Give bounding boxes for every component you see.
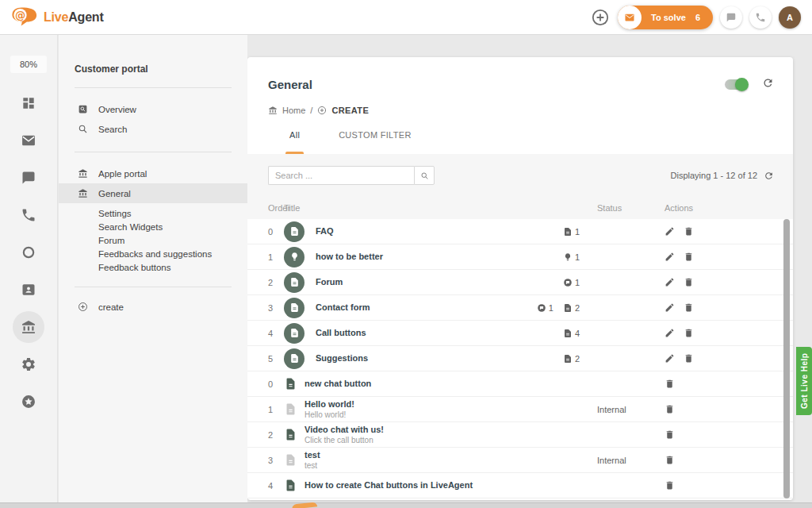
- rail-nav: [0, 84, 57, 420]
- trash-icon: [665, 455, 675, 465]
- pencil-icon: [665, 226, 675, 237]
- rail-item-ring[interactable]: [0, 233, 57, 271]
- row-title: FAQ: [316, 226, 334, 237]
- trash-icon: [684, 277, 694, 287]
- file-icon: [284, 426, 297, 443]
- column-title: Title: [284, 203, 580, 213]
- row-title: new chat button: [304, 379, 371, 389]
- edit-button[interactable]: [665, 277, 675, 287]
- liveagent-logo: @ LiveAgent: [11, 6, 104, 28]
- table-row-suggestions[interactable]: 5Suggestions2: [247, 346, 793, 371]
- tab-custom-filter[interactable]: CUSTOM FILTER: [312, 129, 423, 154]
- pencil-icon: [665, 302, 675, 313]
- sidebar-item-overview[interactable]: Overview: [59, 99, 247, 119]
- edit-button[interactable]: [665, 252, 675, 262]
- edit-button[interactable]: [665, 302, 675, 313]
- rail-item-contacts[interactable]: [0, 271, 57, 308]
- row-actions: [663, 480, 776, 491]
- sidebar-item-general[interactable]: General: [59, 183, 247, 203]
- edit-button[interactable]: [665, 226, 675, 237]
- delete-button[interactable]: [684, 277, 694, 287]
- edit-button[interactable]: [665, 353, 675, 364]
- delete-button[interactable]: [665, 429, 675, 440]
- sidebar-subitem-search-widgets[interactable]: Search Widgets: [59, 220, 247, 233]
- row-title: how to be better: [316, 252, 383, 262]
- phone-button[interactable]: [749, 6, 772, 29]
- rail-item-chat[interactable]: [0, 159, 57, 196]
- delete-button[interactable]: [665, 480, 675, 491]
- delete-button[interactable]: [665, 455, 675, 465]
- search-button[interactable]: [414, 166, 435, 185]
- delete-button[interactable]: [684, 252, 694, 262]
- table-row-new-chat-button[interactable]: 0new chat button: [247, 371, 793, 397]
- delete-button[interactable]: [665, 379, 675, 389]
- sidebar-subitem-forum[interactable]: Forum: [59, 233, 247, 247]
- sidebar-item-apple-portal[interactable]: Apple portal: [59, 164, 247, 183]
- sidebar-create-button[interactable]: create: [59, 297, 247, 317]
- sidebar-item-search[interactable]: Search: [59, 119, 247, 139]
- table-row-call-buttons[interactable]: 4Call buttons4: [247, 321, 793, 346]
- column-order: Order: [268, 203, 284, 213]
- table-row-how-to-create-chat-buttons-in-liveagent[interactable]: 4How to create Chat buttons in LiveAgent: [247, 473, 793, 498]
- table-row-contact-form[interactable]: 3Contact form12: [247, 295, 793, 321]
- rail-item-star[interactable]: [0, 383, 57, 420]
- plus-circle-icon: [591, 8, 610, 27]
- breadcrumb-create[interactable]: CREATE: [331, 106, 369, 115]
- search-icon: [78, 124, 88, 134]
- rail-item-dashboard[interactable]: [0, 84, 57, 121]
- delete-button[interactable]: [684, 328, 694, 338]
- header-actions: To solve 6 A: [590, 6, 801, 29]
- table-row-video-chat-with-us-[interactable]: 2Video chat with us!Click the call butto…: [247, 422, 793, 448]
- row-subtitle: Click the call button: [304, 436, 384, 445]
- rail-item-gear[interactable]: [0, 345, 57, 383]
- mail-icon: [21, 133, 36, 148]
- usage-badge: 80%: [10, 56, 47, 73]
- row-order: 1: [268, 252, 284, 262]
- sidebar-subitem-feedback-buttons[interactable]: Feedback buttons: [59, 260, 247, 274]
- delete-button[interactable]: [665, 404, 675, 414]
- to-solve-button[interactable]: To solve 6: [618, 6, 713, 29]
- phone-icon: [21, 207, 36, 223]
- row-title: test: [304, 450, 320, 460]
- search-input[interactable]: [268, 166, 414, 185]
- refresh-list-button[interactable]: [764, 171, 774, 181]
- pencil-icon: [665, 353, 675, 364]
- status-icons: 2: [563, 354, 580, 364]
- rail-item-mail[interactable]: [0, 121, 57, 159]
- pencil-icon: [665, 277, 675, 287]
- tab-all[interactable]: All: [278, 129, 312, 154]
- user-avatar[interactable]: A: [779, 6, 801, 29]
- sidebar-subitem-settings[interactable]: Settings: [59, 206, 247, 220]
- table-row-forum[interactable]: 2Forum1: [247, 270, 793, 295]
- table-row-test[interactable]: 3testtestInternal: [247, 448, 793, 473]
- add-new-button[interactable]: [590, 7, 611, 28]
- table-row-hello-world-[interactable]: 1Hello world!Hello world!Internal: [247, 397, 793, 422]
- refresh-button[interactable]: [762, 77, 774, 89]
- table-scrollbar[interactable]: [783, 219, 790, 498]
- category-avatar: [284, 221, 304, 242]
- category-avatar: [284, 298, 304, 318]
- status-icons: 1: [563, 252, 580, 262]
- chat-button[interactable]: [720, 6, 742, 29]
- portal-enabled-toggle[interactable]: [725, 79, 747, 90]
- get-live-help-button[interactable]: Get Live Help: [796, 347, 812, 415]
- table-row-faq[interactable]: 0FAQ1: [247, 219, 793, 244]
- rail-item-phone[interactable]: [0, 196, 57, 233]
- delete-button[interactable]: [684, 353, 694, 364]
- left-rail: 80%: [0, 35, 58, 508]
- status-count: 1: [575, 252, 580, 262]
- table-row-how-to-be-better[interactable]: 1how to be better1: [247, 244, 793, 270]
- sidebar-subitem-feedbacks-and-suggestions[interactable]: Feedbacks and suggestions: [59, 247, 247, 260]
- logo-live: Live: [44, 10, 68, 24]
- rail-item-bank[interactable]: [0, 308, 57, 345]
- delete-button[interactable]: [684, 226, 694, 237]
- row-actions: [663, 252, 776, 262]
- edit-button[interactable]: [665, 328, 675, 338]
- breadcrumb-home[interactable]: Home: [282, 106, 305, 115]
- displaying-text: Displaying 1 - 12 of 12: [671, 171, 757, 180]
- delete-button[interactable]: [684, 302, 694, 313]
- row-actions: [663, 379, 776, 389]
- table-header: Order Title Status Actions: [247, 197, 793, 219]
- sidebar-item-label: General: [98, 189, 131, 198]
- row-title: How to create Chat buttons in LiveAgent: [304, 480, 473, 491]
